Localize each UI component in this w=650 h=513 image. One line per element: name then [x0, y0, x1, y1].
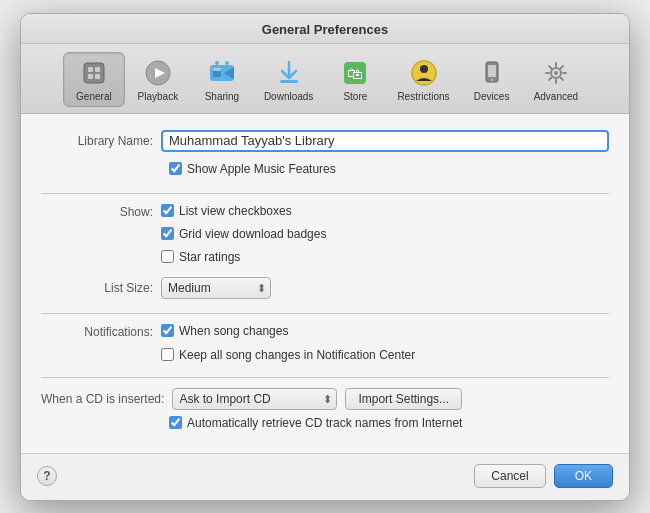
list-view-label: List view checkboxes — [179, 204, 292, 218]
song-changes-row: When song changes — [161, 324, 415, 338]
library-name-input[interactable] — [161, 130, 609, 152]
toolbar-item-sharing[interactable]: Sharing — [191, 52, 253, 107]
show-section: Show: List view checkboxes Grid view dow… — [41, 204, 609, 269]
svg-rect-1 — [88, 67, 93, 72]
svg-rect-2 — [95, 67, 100, 72]
star-ratings-label: Star ratings — [179, 250, 240, 264]
notifications-label: Notifications: — [41, 324, 161, 367]
svg-rect-4 — [95, 74, 100, 79]
song-changes-checkbox[interactable] — [161, 324, 174, 337]
toolbar-item-advanced[interactable]: Advanced — [525, 52, 587, 107]
apple-music-checkbox[interactable] — [169, 162, 182, 175]
svg-rect-13 — [280, 80, 298, 83]
advanced-icon — [540, 57, 572, 89]
song-changes-label: When song changes — [179, 324, 288, 338]
downloads-icon — [273, 57, 305, 89]
star-ratings-checkbox[interactable] — [161, 250, 174, 263]
preferences-window: General Preferences General — [20, 13, 630, 501]
list-size-label: List Size: — [41, 281, 161, 295]
list-size-select-wrapper: Small Medium Large ⬍ — [161, 277, 271, 299]
toolbar: General Playback — [21, 44, 629, 114]
grid-view-checkbox[interactable] — [161, 227, 174, 240]
cd-label: When a CD is inserted: — [41, 392, 172, 406]
svg-point-11 — [215, 61, 219, 65]
svg-point-23 — [554, 71, 558, 75]
keep-all-checkbox[interactable] — [161, 348, 174, 361]
toolbar-item-restrictions[interactable]: Restrictions — [388, 52, 458, 107]
svg-point-21 — [491, 79, 493, 81]
restrictions-icon — [408, 57, 440, 89]
cd-auto-checkbox-row: Automatically retrieve CD track names fr… — [169, 416, 462, 430]
toolbar-item-devices[interactable]: Devices — [461, 52, 523, 107]
divider-1 — [41, 193, 609, 194]
import-settings-button[interactable]: Import Settings... — [345, 388, 462, 410]
apple-music-checkbox-row: Show Apple Music Features — [169, 162, 336, 176]
restrictions-label: Restrictions — [397, 91, 449, 102]
svg-text:🛍: 🛍 — [347, 65, 363, 82]
cd-section: When a CD is inserted: Ask to Import CD … — [41, 388, 609, 410]
action-buttons: Cancel OK — [474, 464, 613, 488]
cd-controls: Ask to Import CD Import CD Import CD and… — [172, 388, 462, 410]
notifications-section: Notifications: When song changes Keep al… — [41, 324, 609, 367]
grid-view-row: Grid view download badges — [161, 227, 326, 241]
svg-rect-9 — [213, 68, 221, 71]
toolbar-item-general[interactable]: General — [63, 52, 125, 107]
svg-line-29 — [561, 77, 563, 79]
keep-all-label: Keep all song changes in Notification Ce… — [179, 348, 415, 362]
grid-view-label: Grid view download badges — [179, 227, 326, 241]
notifications-checks: When song changes Keep all song changes … — [161, 324, 415, 367]
playback-icon — [142, 57, 174, 89]
svg-point-17 — [420, 65, 428, 73]
divider-3 — [41, 377, 609, 378]
svg-line-30 — [561, 66, 563, 68]
divider-2 — [41, 313, 609, 314]
advanced-label: Advanced — [534, 91, 578, 102]
downloads-label: Downloads — [264, 91, 313, 102]
toolbar-item-playback[interactable]: Playback — [127, 52, 189, 107]
svg-rect-20 — [488, 65, 496, 77]
list-view-row: List view checkboxes — [161, 204, 326, 218]
list-view-checkbox[interactable] — [161, 204, 174, 217]
playback-label: Playback — [138, 91, 179, 102]
general-icon — [78, 57, 110, 89]
general-label: General — [76, 91, 112, 102]
cd-select-wrapper: Ask to Import CD Import CD Import CD and… — [172, 388, 337, 410]
sharing-label: Sharing — [205, 91, 239, 102]
cd-auto-label: Automatically retrieve CD track names fr… — [187, 416, 462, 430]
cancel-button[interactable]: Cancel — [474, 464, 545, 488]
apple-music-label: Show Apple Music Features — [187, 162, 336, 176]
apple-music-row: Show Apple Music Features — [41, 162, 609, 181]
cd-auto-checkbox[interactable] — [169, 416, 182, 429]
star-ratings-row: Star ratings — [161, 250, 326, 264]
titlebar: General Preferences — [21, 14, 629, 44]
sharing-icon — [206, 57, 238, 89]
svg-line-28 — [549, 66, 551, 68]
svg-rect-0 — [84, 63, 104, 83]
show-checks: List view checkboxes Grid view download … — [161, 204, 326, 269]
svg-line-31 — [549, 77, 551, 79]
keep-all-row: Keep all song changes in Notification Ce… — [161, 348, 415, 362]
library-name-label: Library Name: — [41, 134, 161, 148]
list-size-select[interactable]: Small Medium Large — [161, 277, 271, 299]
bottom-bar: ? Cancel OK — [21, 453, 629, 500]
window-title: General Preferences — [262, 22, 388, 37]
content-area: Library Name: Show Apple Music Features … — [21, 114, 629, 453]
toolbar-item-store[interactable]: 🛍 Store — [324, 52, 386, 107]
svg-rect-3 — [88, 74, 93, 79]
devices-label: Devices — [474, 91, 510, 102]
show-label: Show: — [41, 204, 161, 269]
library-name-row: Library Name: — [41, 130, 609, 152]
help-button[interactable]: ? — [37, 466, 57, 486]
toolbar-item-downloads[interactable]: Downloads — [255, 52, 322, 107]
cd-auto-row: Automatically retrieve CD track names fr… — [41, 416, 609, 435]
store-icon: 🛍 — [339, 57, 371, 89]
store-label: Store — [343, 91, 367, 102]
list-size-row: List Size: Small Medium Large ⬍ — [41, 277, 609, 299]
svg-point-12 — [225, 61, 229, 65]
cd-action-select[interactable]: Ask to Import CD Import CD Import CD and… — [172, 388, 337, 410]
devices-icon — [476, 57, 508, 89]
ok-button[interactable]: OK — [554, 464, 613, 488]
